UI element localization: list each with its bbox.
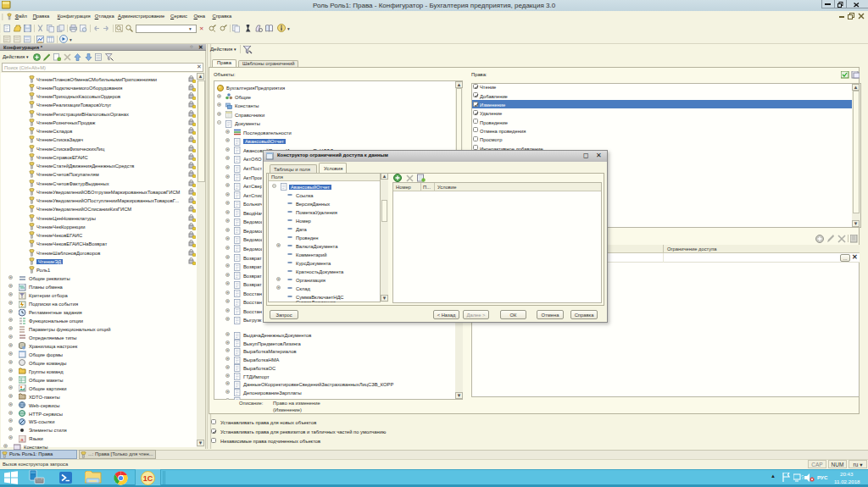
svg-text:?: ? [801, 474, 804, 480]
svg-text:1С: 1С [143, 474, 153, 483]
